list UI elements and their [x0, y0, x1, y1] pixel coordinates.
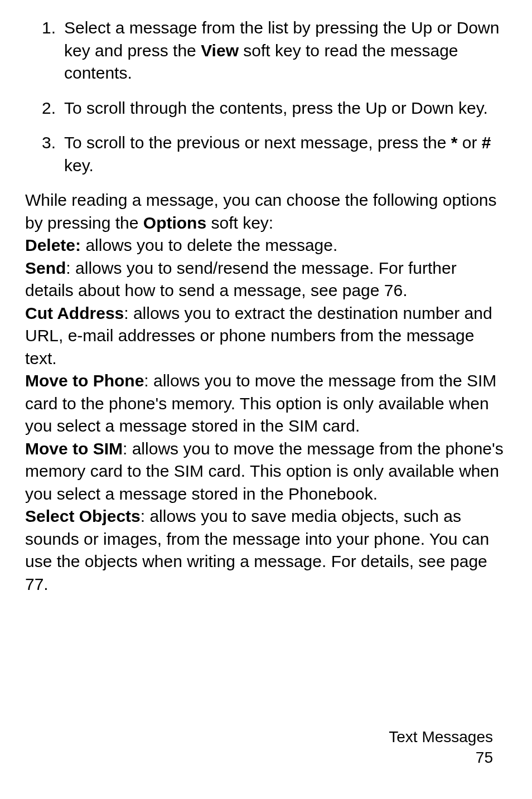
page-footer: Text Messages 75: [389, 727, 493, 768]
step-2: 2.To scroll through the contents, press …: [25, 97, 507, 120]
footer-page-number: 75: [389, 748, 493, 768]
footer-section-title: Text Messages: [389, 727, 493, 747]
step-text: To scroll through the contents, press th…: [64, 99, 488, 117]
option-label: Delete:: [25, 236, 81, 254]
option-label: Cut Address: [25, 304, 124, 322]
option-label: Move to SIM: [25, 439, 123, 458]
step-text-pre: To scroll to the previous or next messag…: [64, 133, 451, 152]
option-move-to-phone: Move to Phone: allows you to move the me…: [25, 370, 507, 438]
option-move-to-sim: Move to SIM: allows you to move the mess…: [25, 438, 507, 506]
option-cut-address: Cut Address: allows you to extract the d…: [25, 302, 507, 370]
option-select-objects: Select Objects: allows you to save media…: [25, 505, 507, 595]
view-softkey-label: View: [201, 41, 239, 60]
option-colon: :: [123, 439, 132, 458]
step-text-post: key.: [64, 156, 94, 175]
step-number: 3.: [42, 132, 64, 154]
options-softkey-label: Options: [143, 214, 206, 232]
option-send: Send: allows you to send/resend the mess…: [25, 257, 507, 302]
option-colon: :: [141, 507, 150, 525]
step-number: 2.: [42, 97, 64, 120]
option-delete: Delete: allows you to delete the message…: [25, 234, 507, 257]
step-number: 1.: [42, 17, 64, 40]
option-colon: :: [144, 371, 153, 390]
option-label: Select Objects: [25, 507, 141, 525]
option-label: Send: [25, 259, 66, 277]
intro-post: soft key:: [206, 214, 273, 232]
step-3: 3.To scroll to the previous or next mess…: [25, 132, 507, 177]
numbered-steps: 1.Select a message from the list by pres…: [25, 17, 507, 177]
option-label: Move to Phone: [25, 371, 144, 390]
options-intro: While reading a message, you can choose …: [25, 189, 507, 234]
step-text-mid: or: [457, 133, 481, 152]
manual-page: 1.Select a message from the list by pres…: [0, 0, 532, 799]
option-text: allows you to delete the message.: [81, 236, 337, 254]
option-text: allows you to send/resend the message. F…: [25, 259, 457, 300]
hash-icon: #: [482, 133, 491, 152]
star-icon: *: [451, 133, 458, 152]
option-colon: :: [124, 304, 133, 322]
step-1: 1.Select a message from the list by pres…: [25, 17, 507, 85]
option-colon: :: [66, 259, 75, 277]
